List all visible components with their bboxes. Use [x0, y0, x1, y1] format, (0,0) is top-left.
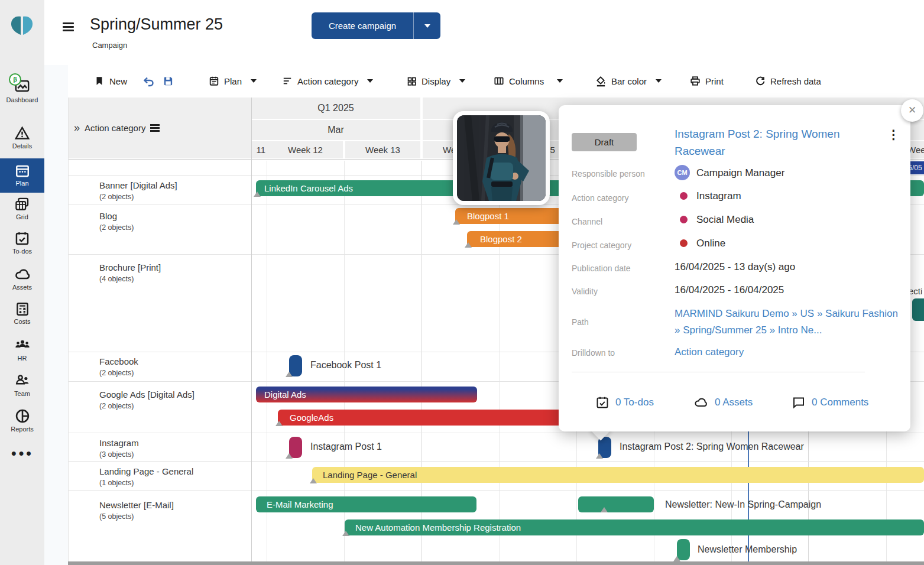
- printer-icon: [690, 76, 701, 86]
- sidebar-item-label: To-dos: [12, 248, 32, 255]
- category-row-instagram[interactable]: Instagram: [99, 438, 139, 448]
- calendar-icon: [0, 163, 44, 178]
- toolbar-columns-label: Columns: [509, 76, 544, 86]
- toolbar-new-button[interactable]: New: [94, 72, 127, 90]
- collapse-chevrons-icon[interactable]: »: [74, 122, 80, 134]
- menu-hamburger-icon[interactable]: [63, 21, 74, 33]
- row-divider: [68, 461, 924, 462]
- sidebar-item-more[interactable]: ●●●: [0, 448, 44, 459]
- field-label: Action category: [572, 193, 629, 203]
- milestone-label[interactable]: Instagram Post 2: Spring Women Racewear: [620, 441, 804, 452]
- quarter-label: Q1 2025: [317, 103, 354, 113]
- toolbar-action-category-dropdown[interactable]: Action category: [282, 72, 373, 90]
- panel-left-border: [68, 98, 69, 561]
- bar-handle-icon[interactable]: [596, 453, 603, 459]
- create-campaign-label[interactable]: Create campaign: [312, 21, 413, 31]
- create-campaign-button[interactable]: Create campaign: [312, 12, 440, 39]
- sidebar-item-assets[interactable]: Assets: [0, 266, 44, 291]
- toolbar-display-dropdown[interactable]: Display: [407, 72, 465, 90]
- bar-handle-icon[interactable]: [286, 453, 293, 459]
- chevron-down-icon: [557, 79, 563, 83]
- sidebar-item-grid[interactable]: Grid: [0, 196, 44, 220]
- row-divider: [68, 433, 924, 433]
- sidebar-item-costs[interactable]: Costs: [0, 301, 44, 325]
- calendar-check-icon: [0, 230, 44, 246]
- toolbar-bar-color-dropdown[interactable]: Bar color: [595, 72, 662, 90]
- popup-title-link[interactable]: Instagram Post 2: Spring Women Racewear: [675, 125, 878, 160]
- milestone-label[interactable]: Facebook Post 1: [310, 360, 381, 371]
- week-cell: Week 13: [345, 141, 420, 158]
- grid-squares-icon: [407, 76, 417, 86]
- create-campaign-dropdown[interactable]: [414, 24, 440, 28]
- toolbar-print-button[interactable]: Print: [690, 72, 724, 90]
- category-row-facebook[interactable]: Facebook: [99, 356, 138, 366]
- toolbar-undo-button[interactable]: [142, 72, 155, 90]
- edge-bar-fragment[interactable]: [912, 298, 924, 321]
- preview-photo: [457, 115, 546, 201]
- sidebar-item-plan[interactable]: Plan: [0, 158, 44, 193]
- sidebar-item-reports[interactable]: Reports: [0, 408, 44, 433]
- sidebar-item-details[interactable]: Details: [0, 125, 44, 150]
- bar-handle-icon[interactable]: [275, 421, 283, 426]
- sidebar: β Dashboard Details Plan Grid: [0, 0, 44, 565]
- bar-handle-icon[interactable]: [310, 478, 317, 483]
- assets-count-label: 0 Assets: [715, 397, 753, 408]
- gantt-bar-new-automation[interactable]: New Automation Membership Registration: [345, 519, 924, 535]
- toolbar-action-category-label: Action category: [297, 76, 358, 86]
- bar-handle-icon[interactable]: [254, 191, 261, 197]
- bar-handle-icon[interactable]: [601, 507, 608, 512]
- toolbar-columns-dropdown[interactable]: Columns: [494, 72, 563, 90]
- toolbar-refresh-button[interactable]: Refresh data: [755, 72, 821, 90]
- chevron-down-icon: [424, 24, 430, 28]
- milestone-label[interactable]: Newsletter Membership: [698, 544, 797, 555]
- gantt-bar-digital-ads[interactable]: Digital Ads: [256, 387, 477, 402]
- bar-handle-icon[interactable]: [453, 219, 460, 225]
- gantt-left-header[interactable]: » Action category: [68, 98, 251, 158]
- gantt-bar-newsletter-newin[interactable]: [578, 496, 654, 512]
- bookmark-icon: [94, 76, 105, 86]
- week-cell: Week 12: [268, 141, 343, 158]
- page-subtitle: Campaign: [92, 41, 127, 50]
- horizontal-scrollbar[interactable]: [68, 561, 924, 565]
- toolbar-new-label: New: [109, 76, 127, 86]
- popup-comments-link[interactable]: 0 Comments: [792, 395, 868, 410]
- row-menu-icon[interactable]: [150, 123, 160, 134]
- sidebar-item-team[interactable]: Team: [0, 372, 44, 397]
- avatar: CM: [675, 165, 690, 180]
- category-row-brochure[interactable]: Brochure [Print]: [99, 262, 161, 272]
- columns-icon: [494, 76, 504, 86]
- category-row-landing-page[interactable]: Landing Page - General: [99, 466, 193, 476]
- field-value: 16/04/2025 - 16/04/2025: [675, 284, 784, 296]
- sidebar-item-hr[interactable]: HR: [0, 337, 44, 362]
- category-row-banner[interactable]: Banner [Digital Ads]: [99, 180, 177, 190]
- gantt-bar-landing-page-general[interactable]: Landing Page - General: [312, 467, 924, 483]
- two-people-icon: [0, 372, 44, 389]
- path-link[interactable]: MARMIND Saikuru Demo » US » Saikuru Fash…: [675, 306, 900, 339]
- panel-chart-divider: [251, 98, 252, 561]
- category-row-newsletter[interactable]: Newsletter [E-Mail]: [99, 500, 174, 510]
- toolbar-save-button[interactable]: [163, 72, 174, 90]
- gantt-bar-email-marketing[interactable]: E-Mail Marketing: [256, 496, 476, 512]
- bar-handle-icon[interactable]: [465, 242, 472, 248]
- kebab-menu-icon[interactable]: ⋮: [887, 129, 900, 141]
- milestone-label[interactable]: Instagram Post 1: [310, 441, 382, 452]
- bar-label[interactable]: Newsletter: New-In Spring-Campaign: [665, 499, 821, 510]
- popup-assets-link[interactable]: 0 Assets: [693, 395, 753, 410]
- category-row-google-ads[interactable]: Google Ads [Digital Ads]: [99, 389, 194, 400]
- marmind-logo-icon[interactable]: [7, 11, 37, 40]
- close-icon[interactable]: ✕: [901, 99, 923, 122]
- toolbar-plan-dropdown[interactable]: Plan: [209, 72, 257, 90]
- bar-handle-icon[interactable]: [342, 531, 349, 536]
- drilldown-link[interactable]: Action category: [675, 346, 744, 358]
- sidebar-item-dashboard[interactable]: β Dashboard: [0, 78, 44, 103]
- bar-handle-icon[interactable]: [286, 372, 293, 377]
- sidebar-item-todos[interactable]: To-dos: [0, 230, 44, 255]
- sidebar-item-label: HR: [18, 355, 27, 362]
- sidebar-item-label: Team: [14, 390, 30, 397]
- toolbar-bar-color-label: Bar color: [611, 76, 647, 86]
- popup-todos-link[interactable]: 0 To-dos: [595, 395, 654, 410]
- bar-handle-icon[interactable]: [673, 556, 680, 561]
- field-label: Responsible person: [572, 169, 645, 178]
- chevron-down-icon: [656, 79, 662, 83]
- category-row-blog[interactable]: Blog: [99, 211, 117, 221]
